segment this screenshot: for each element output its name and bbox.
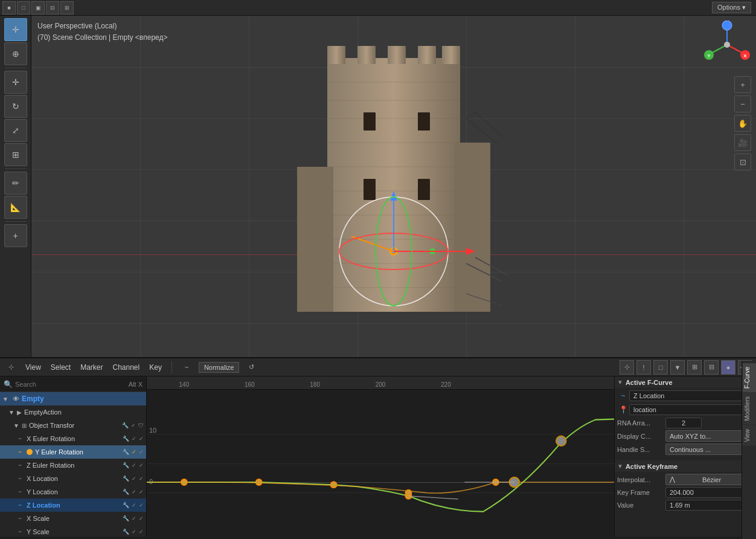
key-frame-value[interactable]: 204.000 [665, 487, 754, 498]
channel-item-x-scale[interactable]: ~ X Scale 🔧 ✓ ✓ [0, 512, 146, 525]
emptyaction-name: EmptyAction [24, 408, 62, 416]
rna-array-label: RNA Arra... [617, 419, 665, 427]
display-color-select[interactable]: Auto XYZ to... ▾ [665, 430, 754, 442]
rna-array-value[interactable]: 2 [665, 418, 702, 428]
castle-model [279, 22, 508, 336]
check-icon-14: ✓ [132, 515, 136, 521]
handle-style-label: Handle S... [617, 446, 665, 453]
curve-editor[interactable]: 140 160 180 200 220 10 0 [147, 376, 614, 537]
svg-point-54 [330, 482, 336, 488]
tab-fcurve[interactable]: F-Curve [743, 363, 756, 392]
check-icon-2: ✓ [132, 436, 136, 442]
active-keyframe-header[interactable]: ▼ Active Keyframe ⋮⋮ [615, 460, 756, 472]
pan-button[interactable]: ✋ [734, 115, 751, 132]
scale-tool-button[interactable]: ⤢ [4, 119, 27, 142]
viewport-3d[interactable]: User Perspective (Local) (70) Scene Coll… [31, 16, 756, 357]
anim-icon-5[interactable]: ⊞ [687, 360, 702, 375]
anim-channel-menu[interactable]: Channel [111, 362, 143, 373]
check-icon-4: ✓ [132, 449, 136, 455]
tab-modifiers[interactable]: Modifiers [743, 393, 756, 425]
normalize-button[interactable]: Normalize [199, 362, 240, 373]
check-icon-17: ✓ [139, 529, 144, 535]
ortho-button[interactable]: ⊡ [734, 153, 751, 170]
viewport-right-controls: + − ✋ 🎥 ⊡ [734, 76, 751, 170]
move-tool-button[interactable]: ✛ [4, 71, 27, 94]
transform-icon: ⊞ [12, 150, 19, 160]
keyframe-header-arrow: ▼ [617, 463, 623, 470]
top-icon-2[interactable]: □ [17, 1, 30, 15]
location-text: location [629, 404, 754, 415]
channel-item-empty[interactable]: ▼ 👁 Empty [0, 392, 146, 405]
anim-icon-1[interactable]: ⊹ [620, 360, 634, 375]
z-euler-name: Z Euler Rotation [27, 462, 121, 469]
active-fcurve-header[interactable]: ▼ Active F-Curve ⋮⋮ [615, 376, 756, 388]
add-tool-button[interactable]: + [4, 224, 27, 247]
top-icon-4[interactable]: ⊟ [46, 1, 59, 15]
anim-icon-2[interactable]: ! [636, 360, 651, 375]
rotate-tool-button[interactable]: ↻ [4, 95, 27, 118]
channel-item-z-location[interactable]: ~ Z Location 🔧 ✓ ✓ [0, 499, 146, 512]
handle-style-value: Continuous ... [670, 446, 711, 453]
ruler-mark-140: 140 [179, 381, 190, 388]
x-location-name: X Location [27, 475, 121, 482]
measure-tool-button[interactable]: 📐 [4, 196, 27, 219]
channel-item-emptyaction[interactable]: ▼ ▶ EmptyAction [0, 405, 146, 419]
value-row: Value 1.69 m [615, 500, 756, 511]
anim-icon-sync[interactable]: ● [721, 360, 735, 375]
transform-tool-button[interactable]: ⊞ [4, 143, 27, 166]
annotate-tool-button[interactable]: ✏ [4, 172, 27, 195]
handle-style-select[interactable]: Continuous ... ▾ [665, 444, 754, 455]
channel-item-y-scale[interactable]: ~ Y Scale 🔧 ✓ ✓ [0, 525, 146, 537]
channel-item-z-euler[interactable]: ~ Z Euler Rotation 🔧 ✓ ✓ [0, 459, 146, 472]
anim-select-menu[interactable]: Select [48, 362, 73, 373]
anim-filter-icon[interactable]: ▼ [670, 360, 685, 375]
camera-button[interactable]: 🎥 [734, 134, 751, 151]
check-icon-3: ✓ [139, 436, 144, 442]
toolbar-separator-2 [5, 169, 27, 169]
search-input[interactable] [15, 381, 126, 388]
interp-icon: ⋀ [670, 476, 675, 483]
cursor-tool-button[interactable]: ⊕ [4, 42, 27, 65]
grid-v-6 [684, 16, 684, 357]
select-tool-button[interactable]: ✛ [4, 18, 27, 41]
check-icon-6: ✓ [132, 462, 136, 468]
anim-key-menu[interactable]: Key [147, 362, 164, 373]
top-icon-1[interactable]: ■ [2, 1, 16, 15]
channel-item-x-euler[interactable]: ~ X Euler Rotation 🔧 ✓ ✓ [0, 432, 146, 445]
top-icon-5[interactable]: ⊞ [60, 1, 74, 15]
channel-item-y-location[interactable]: ~ Y Location 🔧 ✓ ✓ [0, 485, 146, 499]
interpolation-select[interactable]: ⋀ Bézier ▾ [665, 474, 754, 485]
svg-point-51 [722, 21, 732, 30]
anim-select-icon[interactable]: ⊹ [4, 360, 18, 375]
value-input[interactable]: 1.69 m [665, 500, 754, 511]
search-shortcut: Alt X [129, 381, 143, 388]
anim-icon-6[interactable]: ⊟ [704, 360, 719, 375]
gizmo-svg: Z X Y [703, 21, 751, 69]
zoom-in-button[interactable]: + [734, 76, 751, 93]
tab-view[interactable]: View [743, 425, 756, 446]
transform-name: Object Transfor [29, 422, 121, 429]
channel-list: ▼ 👁 Empty ▼ ▶ EmptyAction ▼ ⊞ Object Tra… [0, 392, 146, 537]
svg-rect-0 [327, 58, 460, 312]
check-icon-10: ✓ [132, 489, 136, 495]
anim-view-menu[interactable]: View [23, 362, 43, 373]
viewport-gizmo[interactable]: Z X Y [703, 21, 751, 69]
castle-svg [279, 22, 508, 336]
check-icon-9: ✓ [139, 476, 144, 482]
y-scale-name: Y Scale [27, 528, 121, 535]
anim-marker-menu[interactable]: Marker [78, 362, 105, 373]
channels-panel: 🔍 Alt X ▼ 👁 Empty ▼ ▶ EmptyAction [0, 376, 147, 537]
zoom-out-button[interactable]: − [734, 95, 751, 112]
options-button[interactable]: Options ▾ [712, 2, 751, 13]
top-icon-3[interactable]: ▣ [31, 1, 45, 15]
anim-icon-3[interactable]: □ [653, 360, 668, 375]
x-loc-arrow: ~ [18, 476, 25, 482]
svg-point-58 [405, 489, 411, 495]
channel-item-y-euler[interactable]: ~ Y Euler Rotation 🔧 ✓ ✓ [0, 445, 146, 459]
display-color-row: Display C... Auto XYZ to... ▾ [615, 430, 756, 442]
normalize-icon: ~ [179, 360, 194, 375]
refresh-icon[interactable]: ↺ [244, 360, 258, 375]
channel-item-transform[interactable]: ▼ ⊞ Object Transfor 🔧 ✓ 🛡 [0, 419, 146, 432]
channel-item-x-location[interactable]: ~ X Location 🔧 ✓ ✓ [0, 472, 146, 485]
anim-content: 🔍 Alt X ▼ 👁 Empty ▼ ▶ EmptyAction [0, 376, 756, 537]
